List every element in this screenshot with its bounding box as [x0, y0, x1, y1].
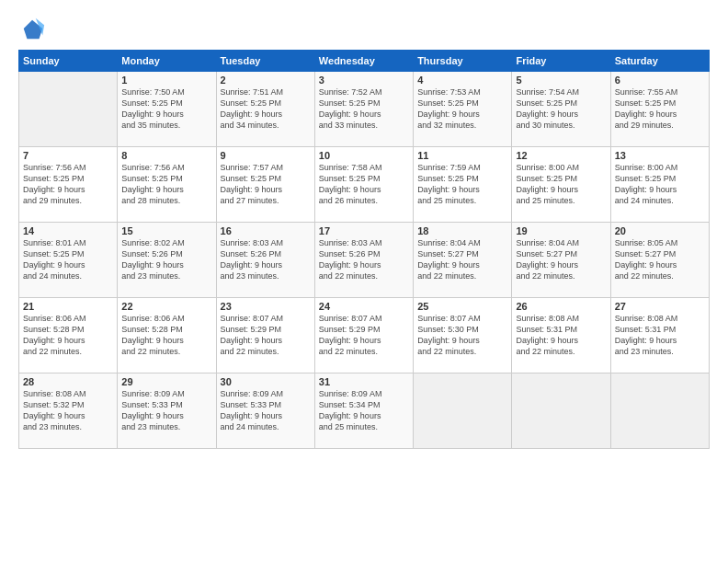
- day-cell: [19, 72, 118, 147]
- day-number: 12: [516, 150, 606, 161]
- day-info: Sunrise: 8:05 AM Sunset: 5:27 PM Dayligh…: [615, 237, 705, 282]
- day-info: Sunrise: 8:09 AM Sunset: 5:33 PM Dayligh…: [221, 388, 311, 433]
- day-info: Sunrise: 7:57 AM Sunset: 5:25 PM Dayligh…: [221, 162, 311, 207]
- day-info: Sunrise: 8:09 AM Sunset: 5:34 PM Dayligh…: [319, 388, 409, 433]
- day-number: 1: [121, 75, 211, 86]
- day-info: Sunrise: 8:00 AM Sunset: 5:25 PM Dayligh…: [516, 162, 606, 207]
- day-info: Sunrise: 8:08 AM Sunset: 5:32 PM Dayligh…: [23, 388, 113, 433]
- day-cell: 22Sunrise: 8:06 AM Sunset: 5:28 PM Dayli…: [118, 298, 216, 373]
- day-number: 3: [319, 75, 409, 86]
- day-info: Sunrise: 7:56 AM Sunset: 5:25 PM Dayligh…: [23, 162, 113, 207]
- day-cell: 27Sunrise: 8:08 AM Sunset: 5:31 PM Dayli…: [610, 298, 709, 373]
- header-cell-wednesday: Wednesday: [314, 51, 413, 72]
- day-number: 19: [516, 225, 606, 236]
- day-cell: 26Sunrise: 8:08 AM Sunset: 5:31 PM Dayli…: [512, 298, 610, 373]
- day-cell: 16Sunrise: 8:03 AM Sunset: 5:26 PM Dayli…: [216, 223, 314, 298]
- day-cell: 24Sunrise: 8:07 AM Sunset: 5:29 PM Dayli…: [314, 298, 413, 373]
- header-cell-sunday: Sunday: [19, 51, 118, 72]
- day-number: 28: [23, 376, 113, 387]
- day-cell: 12Sunrise: 8:00 AM Sunset: 5:25 PM Dayli…: [512, 147, 610, 223]
- header-cell-tuesday: Tuesday: [216, 51, 314, 72]
- day-number: 22: [121, 301, 211, 312]
- day-number: 2: [221, 75, 311, 86]
- day-info: Sunrise: 8:04 AM Sunset: 5:27 PM Dayligh…: [516, 237, 606, 282]
- week-row-1: 1Sunrise: 7:50 AM Sunset: 5:25 PM Daylig…: [19, 72, 710, 147]
- day-cell: 19Sunrise: 8:04 AM Sunset: 5:27 PM Dayli…: [512, 223, 610, 298]
- day-cell: 28Sunrise: 8:08 AM Sunset: 5:32 PM Dayli…: [19, 373, 118, 449]
- day-info: Sunrise: 8:08 AM Sunset: 5:31 PM Dayligh…: [615, 313, 705, 358]
- day-info: Sunrise: 7:55 AM Sunset: 5:25 PM Dayligh…: [615, 86, 705, 132]
- day-cell: 18Sunrise: 8:04 AM Sunset: 5:27 PM Dayli…: [414, 223, 512, 298]
- day-cell: 29Sunrise: 8:09 AM Sunset: 5:33 PM Dayli…: [118, 373, 216, 449]
- day-cell: [610, 373, 709, 449]
- day-info: Sunrise: 7:51 AM Sunset: 5:25 PM Dayligh…: [221, 86, 311, 132]
- day-info: Sunrise: 7:50 AM Sunset: 5:25 PM Dayligh…: [121, 86, 211, 132]
- header-cell-friday: Friday: [512, 51, 610, 72]
- header-cell-thursday: Thursday: [414, 51, 512, 72]
- day-cell: 23Sunrise: 8:07 AM Sunset: 5:29 PM Dayli…: [216, 298, 314, 373]
- day-cell: 30Sunrise: 8:09 AM Sunset: 5:33 PM Dayli…: [216, 373, 314, 449]
- day-info: Sunrise: 8:07 AM Sunset: 5:29 PM Dayligh…: [319, 313, 409, 358]
- day-cell: 9Sunrise: 7:57 AM Sunset: 5:25 PM Daylig…: [216, 147, 314, 223]
- day-cell: 1Sunrise: 7:50 AM Sunset: 5:25 PM Daylig…: [118, 72, 216, 147]
- day-cell: 6Sunrise: 7:55 AM Sunset: 5:25 PM Daylig…: [610, 72, 709, 147]
- day-cell: 17Sunrise: 8:03 AM Sunset: 5:26 PM Dayli…: [314, 223, 413, 298]
- day-number: 6: [615, 75, 705, 86]
- header-cell-monday: Monday: [118, 51, 216, 72]
- week-row-5: 28Sunrise: 8:08 AM Sunset: 5:32 PM Dayli…: [19, 373, 710, 449]
- day-cell: 14Sunrise: 8:01 AM Sunset: 5:25 PM Dayli…: [19, 223, 118, 298]
- day-number: 27: [615, 301, 705, 312]
- day-number: 13: [615, 150, 705, 161]
- day-cell: 21Sunrise: 8:06 AM Sunset: 5:28 PM Dayli…: [19, 298, 118, 373]
- day-info: Sunrise: 8:08 AM Sunset: 5:31 PM Dayligh…: [516, 313, 606, 358]
- header-cell-saturday: Saturday: [610, 51, 709, 72]
- day-cell: 13Sunrise: 8:00 AM Sunset: 5:25 PM Dayli…: [610, 147, 709, 223]
- day-info: Sunrise: 7:54 AM Sunset: 5:25 PM Dayligh…: [516, 86, 606, 132]
- logo: [18, 17, 46, 42]
- day-number: 10: [319, 150, 409, 161]
- day-cell: 4Sunrise: 7:53 AM Sunset: 5:25 PM Daylig…: [414, 72, 512, 147]
- day-number: 8: [121, 150, 211, 161]
- day-number: 25: [417, 301, 507, 312]
- day-info: Sunrise: 7:53 AM Sunset: 5:25 PM Dayligh…: [417, 86, 507, 132]
- day-number: 4: [417, 75, 507, 86]
- day-cell: 7Sunrise: 7:56 AM Sunset: 5:25 PM Daylig…: [19, 147, 118, 223]
- day-cell: 15Sunrise: 8:02 AM Sunset: 5:26 PM Dayli…: [118, 223, 216, 298]
- day-cell: 11Sunrise: 7:59 AM Sunset: 5:25 PM Dayli…: [414, 147, 512, 223]
- header: [18, 17, 710, 42]
- logo-icon: [20, 17, 46, 42]
- day-info: Sunrise: 8:01 AM Sunset: 5:25 PM Dayligh…: [23, 237, 113, 282]
- day-number: 18: [417, 225, 507, 236]
- day-info: Sunrise: 8:06 AM Sunset: 5:28 PM Dayligh…: [23, 313, 113, 358]
- day-info: Sunrise: 8:02 AM Sunset: 5:26 PM Dayligh…: [121, 237, 211, 282]
- day-number: 31: [319, 376, 409, 387]
- day-info: Sunrise: 8:07 AM Sunset: 5:30 PM Dayligh…: [417, 313, 507, 358]
- calendar-table: SundayMondayTuesdayWednesdayThursdayFrid…: [18, 50, 710, 449]
- day-cell: 5Sunrise: 7:54 AM Sunset: 5:25 PM Daylig…: [512, 72, 610, 147]
- day-info: Sunrise: 8:04 AM Sunset: 5:27 PM Dayligh…: [417, 237, 507, 282]
- day-cell: [512, 373, 610, 449]
- day-number: 15: [121, 225, 211, 236]
- week-row-4: 21Sunrise: 8:06 AM Sunset: 5:28 PM Dayli…: [19, 298, 710, 373]
- day-number: 17: [319, 225, 409, 236]
- day-info: Sunrise: 7:58 AM Sunset: 5:25 PM Dayligh…: [319, 162, 409, 207]
- day-number: 26: [516, 301, 606, 312]
- day-cell: 10Sunrise: 7:58 AM Sunset: 5:25 PM Dayli…: [314, 147, 413, 223]
- day-info: Sunrise: 8:06 AM Sunset: 5:28 PM Dayligh…: [121, 313, 211, 358]
- day-number: 14: [23, 225, 113, 236]
- day-number: 11: [417, 150, 507, 161]
- day-number: 30: [221, 376, 311, 387]
- day-cell: [414, 373, 512, 449]
- day-number: 9: [221, 150, 311, 161]
- day-number: 7: [23, 150, 113, 161]
- day-info: Sunrise: 8:03 AM Sunset: 5:26 PM Dayligh…: [319, 237, 409, 282]
- day-info: Sunrise: 7:59 AM Sunset: 5:25 PM Dayligh…: [417, 162, 507, 207]
- day-info: Sunrise: 7:56 AM Sunset: 5:25 PM Dayligh…: [121, 162, 211, 207]
- day-info: Sunrise: 8:09 AM Sunset: 5:33 PM Dayligh…: [121, 388, 211, 433]
- day-cell: 20Sunrise: 8:05 AM Sunset: 5:27 PM Dayli…: [610, 223, 709, 298]
- day-number: 29: [121, 376, 211, 387]
- page: SundayMondayTuesdayWednesdayThursdayFrid…: [0, 0, 728, 563]
- day-cell: 2Sunrise: 7:51 AM Sunset: 5:25 PM Daylig…: [216, 72, 314, 147]
- header-row: SundayMondayTuesdayWednesdayThursdayFrid…: [19, 51, 710, 72]
- day-cell: 3Sunrise: 7:52 AM Sunset: 5:25 PM Daylig…: [314, 72, 413, 147]
